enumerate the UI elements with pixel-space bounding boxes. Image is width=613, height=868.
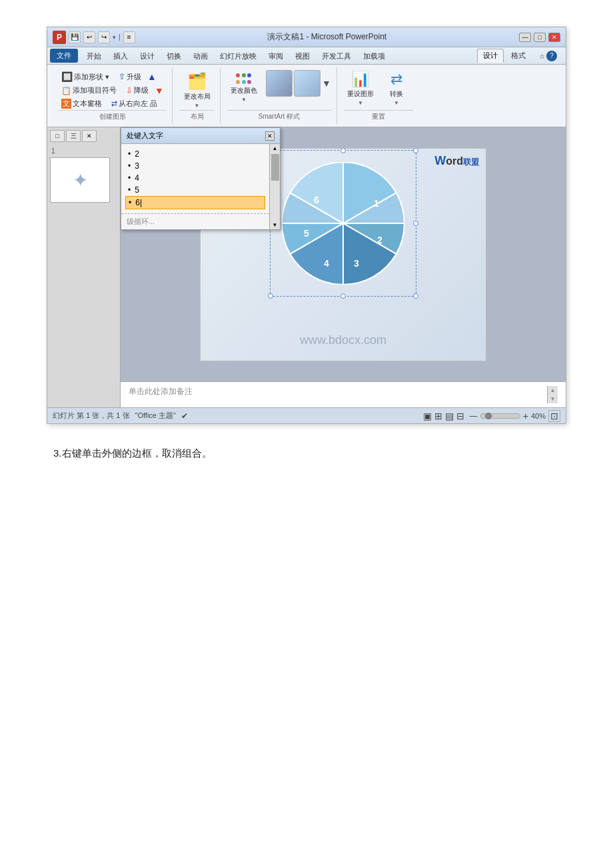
view-reading-icon[interactable]: ⊟: [456, 411, 464, 421]
slide-info: 幻灯片 第 1 张，共 1 张: [53, 411, 130, 421]
zoom-thumb[interactable]: [485, 413, 492, 419]
add-shape-button[interactable]: 🔲 添加形状 ▾: [58, 70, 113, 83]
slide-thumbnail[interactable]: ✦: [50, 157, 110, 203]
ltr-label: 从右向左 品: [119, 99, 157, 109]
style-more-button[interactable]: ▼: [322, 78, 331, 89]
text-pane-button[interactable]: 文 文本窗格: [58, 97, 105, 110]
dialog-item-3: • 4: [125, 172, 265, 184]
tab-developer[interactable]: 开发工具: [316, 49, 357, 63]
alliance-text: 联盟: [463, 157, 479, 167]
ribbon-tabs: 文件 开始 插入 设计 切换 动画 幻灯片放映 审阅 视图 开发工具 加载项 设…: [47, 47, 566, 65]
quick-save-button[interactable]: 💾: [69, 31, 81, 43]
ribbon-row-add-bullet: 📋 添加项目符号 ⇩ 降级 ▼: [58, 84, 164, 97]
zoom-in-button[interactable]: +: [523, 411, 528, 421]
down-arrow-icon: ⇩: [126, 86, 133, 95]
text-pane-icon: 文: [61, 99, 71, 109]
group-layout-content: 🗂️ 更改布局 ▼: [181, 70, 214, 110]
down-arrow2-icon: ▼: [155, 85, 164, 96]
word-logo-blue: W: [434, 154, 446, 167]
notes-placeholder-text[interactable]: 单击此处添加备注: [129, 386, 547, 403]
scroll-down-arrow[interactable]: ▼: [271, 221, 279, 229]
change-layout-button[interactable]: 🗂️ 更改布局 ▼: [181, 72, 214, 108]
change-color-button[interactable]: 更改颜色 ▼: [227, 70, 261, 106]
view-slide-icon[interactable]: ▤: [445, 411, 454, 421]
quick-undo-button[interactable]: ↩: [83, 31, 95, 43]
group-layout: 🗂️ 更改布局 ▼ 布局: [174, 67, 221, 124]
handle-mr[interactable]: [413, 221, 418, 226]
handle-br[interactable]: [413, 293, 418, 299]
zoom-slider[interactable]: [480, 413, 520, 419]
tab-file[interactable]: 文件: [50, 49, 78, 63]
tab-right-format[interactable]: 格式: [505, 49, 532, 63]
add-bullet-button[interactable]: 📋 添加项目符号: [58, 84, 120, 97]
group-smartart-label: SmartArt 样式: [227, 110, 331, 121]
tab-design[interactable]: 设计: [134, 49, 161, 63]
add-bullet-label: 添加项目符号: [73, 85, 117, 95]
view-outline-icon[interactable]: ⊞: [434, 411, 442, 421]
customize-qs-button[interactable]: ≡: [123, 31, 135, 43]
pie-chart-container: 1 2 3 4 5 6: [282, 162, 404, 287]
scroll-up-arrow[interactable]: ▲: [271, 144, 279, 153]
handle-tr[interactable]: [413, 148, 418, 153]
view-icons: ▣ ⊞ ▤ ⊟: [423, 411, 464, 421]
title-bar: P 💾 ↩ ↪ ▾ | ≡ 演示文稿1 - Microsoft PowerPoi…: [47, 27, 566, 47]
tab-insert[interactable]: 插入: [107, 49, 134, 63]
view-normal-icon[interactable]: ▣: [423, 411, 432, 421]
page-wrapper: P 💾 ↩ ↪ ▾ | ≡ 演示文稿1 - Microsoft PowerPoi…: [0, 0, 613, 489]
group-smartart-content: 更改颜色 ▼ ▼: [227, 70, 331, 110]
group-layout-label: 布局: [179, 110, 215, 121]
slide-tab-close[interactable]: ✕: [82, 130, 97, 142]
convert-arrow-icon: ▼: [394, 100, 399, 106]
item-text-5: 6|: [135, 198, 142, 207]
tab-right-design[interactable]: 设计: [477, 49, 504, 63]
up-arrow-icon: ⇧: [119, 72, 125, 81]
ltr-button[interactable]: ⇄ 从右向左 品: [108, 97, 161, 110]
dialog-item-5[interactable]: • 6|: [125, 196, 265, 209]
scroll-thumb[interactable]: [271, 154, 279, 181]
notes-scroll-up[interactable]: ▲: [548, 386, 558, 395]
content-area: 处键入文字 ✕ • 2 • 3: [121, 127, 566, 407]
notes-scrollbar[interactable]: ▲ ▼: [547, 386, 558, 403]
zoom-out-button[interactable]: —: [470, 411, 478, 421]
ribbon-content: 🔲 添加形状 ▾ ⇧ 升级 ▲ 📋: [47, 65, 566, 127]
handle-bc[interactable]: [340, 293, 346, 299]
reset-graphic-button[interactable]: 📊 重设图形 ▼: [344, 70, 377, 106]
shape-icon: 🔲: [61, 71, 73, 82]
dialog-row: • 2 • 3 • 4: [121, 144, 280, 229]
slide-tab-view1[interactable]: □: [50, 130, 65, 142]
dialog-scrollbar[interactable]: ▲ ▼: [269, 144, 280, 229]
ppt-window: P 💾 ↩ ↪ ▾ | ≡ 演示文稿1 - Microsoft PowerPoi…: [47, 27, 566, 424]
window-controls: — □ ✕: [519, 33, 560, 42]
handle-tc[interactable]: [340, 148, 346, 153]
dialog-title-bar: 处键入文字 ✕: [121, 128, 280, 144]
change-color-label: 更改颜色: [231, 86, 257, 95]
down-level-button[interactable]: ⇩ 降级: [123, 84, 152, 97]
dialog-close-button[interactable]: ✕: [265, 131, 275, 141]
tab-switch[interactable]: 切换: [161, 49, 187, 63]
slide-tab-view2[interactable]: 三: [66, 130, 81, 142]
convert-button[interactable]: ⇄ 转换 ▼: [380, 70, 413, 106]
tab-view[interactable]: 视图: [289, 49, 316, 63]
layout-label: 更改布局: [184, 92, 211, 101]
close-button[interactable]: ✕: [548, 33, 560, 42]
tab-review[interactable]: 审阅: [263, 49, 289, 63]
tab-addins[interactable]: 加载项: [357, 49, 391, 63]
notes-scroll-down[interactable]: ▼: [548, 395, 558, 403]
title-bar-left: P 💾 ↩ ↪ ▾ | ≡: [53, 31, 135, 44]
minimize-button[interactable]: —: [519, 33, 531, 42]
reset-arrow-icon: ▼: [358, 100, 363, 106]
check-icon: ✔: [181, 411, 188, 421]
tab-help[interactable]: ☆ ?: [533, 49, 563, 63]
status-bar: 幻灯片 第 1 张，共 1 张 "Office 主题" ✔ ▣ ⊞ ▤ ⊟ — …: [47, 407, 566, 423]
quick-redo-button[interactable]: ↪: [98, 31, 110, 43]
tab-start[interactable]: 开始: [81, 49, 107, 63]
restore-button[interactable]: □: [534, 33, 546, 42]
tab-animate[interactable]: 动画: [187, 49, 214, 63]
zoom-control: — + 40% ⊡: [470, 410, 560, 422]
tab-slideshow[interactable]: 幻灯片放映: [214, 49, 263, 63]
up-level-button[interactable]: ⇧ 升级: [115, 71, 145, 83]
main-area: □ 三 ✕ 1 ✦ 处键入文字 ✕: [47, 127, 566, 407]
fit-window-button[interactable]: ⊡: [548, 410, 560, 422]
handle-bl[interactable]: [268, 293, 273, 299]
dialog-item-4: • 5: [125, 184, 265, 196]
